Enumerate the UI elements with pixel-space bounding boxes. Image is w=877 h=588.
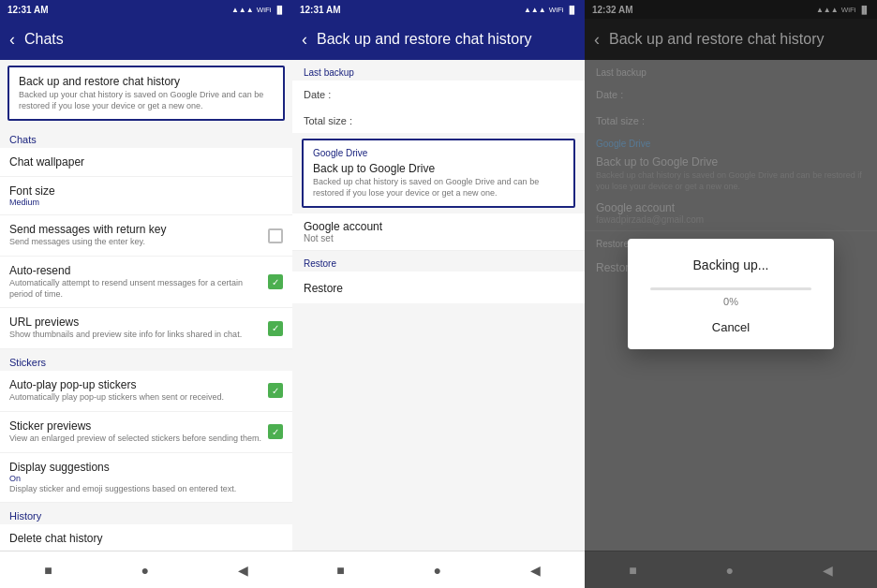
google-drive-title-2: Back up to Google Drive xyxy=(313,162,564,175)
backup-item-desc: Backed up your chat history is saved on … xyxy=(19,90,274,111)
toolbar-title-1: Chats xyxy=(24,31,64,48)
nav-circle-1[interactable]: ● xyxy=(141,563,149,578)
battery-icon-2: ▐▌ xyxy=(567,6,577,14)
back-button-2[interactable]: ‹ xyxy=(302,30,307,50)
google-drive-section-label-2: Google Drive xyxy=(313,148,564,158)
wifi-icon-1: WiFi xyxy=(257,6,272,14)
toolbar-2: ‹ Back up and restore chat history xyxy=(292,19,585,60)
dialog-percent: 0% xyxy=(650,296,811,307)
dialog-overlay: Backing up... 0% Cancel xyxy=(585,0,877,588)
dialog-cancel-button[interactable]: Cancel xyxy=(650,320,811,334)
restore-button-row-2[interactable]: Restore xyxy=(292,272,585,303)
nav-back-1[interactable]: ◀ xyxy=(238,563,248,578)
dialog-title: Backing up... xyxy=(650,257,811,272)
highlight-backup-item[interactable]: Back up and restore chat history Backed … xyxy=(7,66,285,121)
status-time-1: 12:31 AM xyxy=(7,5,49,15)
status-bar-1: 12:31 AM ▲▲▲ WiFi ▐▌ xyxy=(0,0,292,19)
status-time-2: 12:31 AM xyxy=(300,5,341,15)
google-account-row-2[interactable]: Google account Not set xyxy=(292,213,585,251)
settings-item-return-key[interactable]: Send messages with return key Send messa… xyxy=(0,215,292,257)
toolbar-title-2: Back up and restore chat history xyxy=(317,31,531,48)
total-size-row-2: Total size : xyxy=(292,107,585,133)
settings-item-url-previews[interactable]: URL previews Show thumbnails and preview… xyxy=(0,308,292,349)
nav-back-2[interactable]: ◀ xyxy=(530,563,541,578)
progress-bar-background xyxy=(650,287,811,290)
google-drive-box-2[interactable]: Google Drive Back up to Google Drive Bac… xyxy=(302,139,575,208)
panel-backup-restore: 12:31 AM ▲▲▲ WiFi ▐▌ ‹ Back up and resto… xyxy=(292,0,585,588)
settings-item-autoplay-stickers[interactable]: Auto-play pop-up stickers Automatically … xyxy=(0,371,292,412)
panel-chats-settings: 12:31 AM ▲▲▲ WiFi ▐▌ ‹ Chats Back up and… xyxy=(0,0,292,588)
settings-item-fontsize[interactable]: Font size Medium xyxy=(0,177,292,215)
status-icons-1: ▲▲▲ WiFi ▐▌ xyxy=(231,6,285,14)
section-header-chats: Chats xyxy=(0,126,292,148)
google-account-value-2: Not set xyxy=(304,233,573,243)
checkbox-return-key[interactable] xyxy=(268,228,283,243)
restore-section-label-2: Restore xyxy=(292,251,585,272)
last-backup-label-2: Last backup xyxy=(292,60,585,81)
settings-item-display-suggestions[interactable]: Display suggestions On Display sticker a… xyxy=(0,453,292,504)
toolbar-1: ‹ Chats xyxy=(0,19,292,60)
nav-square-2[interactable]: ■ xyxy=(336,563,344,578)
signal-icon-2: ▲▲▲ xyxy=(524,6,546,14)
date-row-2: Date : xyxy=(292,81,585,107)
google-account-label-2: Google account xyxy=(304,220,573,233)
panel-backing-up: 12:32 AM ▲▲▲ WiFi ▐▌ ‹ Back up and resto… xyxy=(585,0,877,588)
section-header-stickers: Stickers xyxy=(0,349,292,371)
backup-content-2: Last backup Date : Total size : Google D… xyxy=(292,60,585,551)
checkbox-autoplay-stickers[interactable]: ✓ xyxy=(268,383,283,398)
signal-icon-1: ▲▲▲ xyxy=(231,6,254,14)
settings-content-1: Back up and restore chat history Backed … xyxy=(0,60,292,551)
restore-button-2[interactable]: Restore xyxy=(304,282,343,295)
wifi-icon-2: WiFi xyxy=(549,6,564,14)
nav-square-1[interactable]: ■ xyxy=(44,563,52,578)
checkbox-sticker-previews[interactable]: ✓ xyxy=(268,424,283,439)
nav-circle-2[interactable]: ● xyxy=(434,563,441,578)
date-label-2: Date : xyxy=(304,89,331,100)
settings-item-auto-resend[interactable]: Auto-resend Automatically attempt to res… xyxy=(0,257,292,308)
status-bar-2: 12:31 AM ▲▲▲ WiFi ▐▌ xyxy=(292,0,585,19)
backup-item-title: Back up and restore chat history xyxy=(19,75,274,88)
checkbox-auto-resend[interactable]: ✓ xyxy=(268,274,283,289)
google-drive-desc-2: Backed up chat history is saved on Googl… xyxy=(313,177,564,198)
checkbox-url-previews[interactable]: ✓ xyxy=(268,321,283,336)
section-header-history: History xyxy=(0,503,292,524)
status-icons-2: ▲▲▲ WiFi ▐▌ xyxy=(524,6,577,14)
total-size-label-2: Total size : xyxy=(304,115,352,126)
nav-bar-2: ■ ● ◀ xyxy=(292,551,585,588)
nav-bar-1: ■ ● ◀ xyxy=(0,551,292,588)
settings-item-wallpaper[interactable]: Chat wallpaper xyxy=(0,148,292,177)
backing-up-dialog: Backing up... 0% Cancel xyxy=(628,239,834,349)
settings-item-delete-history[interactable]: Delete chat history xyxy=(0,524,292,551)
back-button-1[interactable]: ‹ xyxy=(9,30,15,50)
battery-icon-1: ▐▌ xyxy=(275,6,285,14)
settings-item-sticker-previews[interactable]: Sticker previews View an enlarged previe… xyxy=(0,412,292,453)
